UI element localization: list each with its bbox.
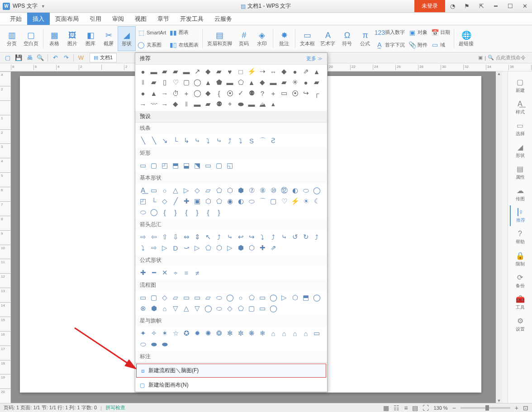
- shape-item[interactable]: ⚉: [247, 88, 256, 98]
- zoom-in-button[interactable]: +: [515, 404, 518, 412]
- shape-item[interactable]: ◆: [257, 77, 267, 87]
- document-tab[interactable]: ▤文档1: [90, 53, 117, 62]
- shape-item[interactable]: ⇕: [192, 232, 202, 242]
- shape-item[interactable]: S: [247, 136, 256, 146]
- side-backup-icon[interactable]: ⟳备份: [510, 270, 531, 291]
- menu-tab-dev[interactable]: 开发工具: [175, 13, 209, 25]
- ribbon-equation[interactable]: π公式: [356, 26, 374, 51]
- shape-item[interactable]: ▢: [214, 161, 224, 170]
- shape-item[interactable]: ⬡: [225, 185, 235, 195]
- shape-item[interactable]: ◆: [279, 66, 289, 76]
- shape-item[interactable]: }: [171, 207, 180, 217]
- shape-item[interactable]: ▣: [192, 196, 202, 206]
- shape-item[interactable]: ▰: [203, 99, 213, 109]
- shape-item[interactable]: {: [214, 88, 224, 98]
- shape-item[interactable]: ▰: [279, 77, 289, 87]
- shape-item[interactable]: ⚉: [214, 99, 224, 109]
- shape-item[interactable]: ✚: [257, 243, 267, 253]
- shape-item[interactable]: ◆: [203, 66, 213, 76]
- shape-item[interactable]: ↘: [160, 136, 170, 146]
- menu-tab-section[interactable]: 章节: [152, 13, 175, 25]
- ribbon-smartart[interactable]: ⬚SmartArt: [136, 28, 168, 37]
- shape-item[interactable]: ◐: [290, 185, 300, 195]
- shape-item[interactable]: →: [160, 88, 170, 98]
- shape-item[interactable]: ◰: [160, 161, 170, 170]
- login-button[interactable]: 未登录: [414, 0, 445, 12]
- shape-item[interactable]: ♡: [171, 77, 180, 87]
- ribbon-attach[interactable]: 📎附件: [407, 41, 429, 49]
- side-new-icon[interactable]: ▢新建: [510, 75, 531, 96]
- side-settings-icon[interactable]: ⚙设置: [510, 314, 531, 335]
- shape-item[interactable]: ▢: [268, 196, 278, 206]
- shape-item[interactable]: ⤵: [203, 136, 213, 146]
- side-tools-icon[interactable]: 🧰工具: [510, 292, 531, 313]
- shape-item[interactable]: ⬠: [214, 185, 224, 195]
- ribbon-hyperlink[interactable]: 🌐超链接: [456, 26, 476, 51]
- app-menu-dropdown[interactable]: ▼: [41, 4, 45, 9]
- shape-item[interactable]: ▭: [181, 293, 191, 303]
- menu-tab-review[interactable]: 审阅: [107, 13, 129, 25]
- shape-item[interactable]: ⤵: [257, 232, 267, 242]
- view-outline-icon[interactable]: ≡: [404, 404, 408, 412]
- shape-item[interactable]: ▬: [268, 77, 278, 87]
- shape-item[interactable]: ⚡: [247, 66, 256, 76]
- shape-item[interactable]: ⊗: [138, 303, 148, 313]
- vertical-scrollbar[interactable]: ▲ ▼: [496, 71, 502, 403]
- shape-item[interactable]: ⇗: [268, 243, 278, 253]
- zoom-out-button[interactable]: −: [452, 404, 456, 412]
- shape-item[interactable]: └: [149, 196, 159, 206]
- shape-item[interactable]: ◯: [192, 77, 202, 87]
- scroll-up-icon[interactable]: ▲: [497, 71, 501, 76]
- shape-item[interactable]: ◱: [225, 161, 235, 170]
- shape-item[interactable]: ✧: [149, 328, 159, 338]
- ribbon-gallery[interactable]: ◧图库: [81, 26, 100, 51]
- shape-item[interactable]: ╲: [149, 136, 159, 146]
- shape-item[interactable]: ⤴: [214, 232, 224, 242]
- ribbon-wordart[interactable]: A艺术字: [318, 26, 338, 51]
- shape-item[interactable]: ☀: [301, 196, 311, 206]
- shape-item[interactable]: ✶: [160, 328, 170, 338]
- view-print-icon[interactable]: ▦: [383, 404, 389, 412]
- shape-item[interactable]: {: [160, 207, 170, 217]
- shape-item[interactable]: ▯: [160, 77, 170, 87]
- export-icon[interactable]: ⇱: [474, 0, 489, 12]
- shape-item[interactable]: ⤷: [279, 232, 289, 242]
- feedback-icon[interactable]: ⚑: [460, 0, 474, 12]
- shape-item[interactable]: ▬: [181, 66, 191, 76]
- ribbon-pagebreak[interactable]: ▥分页: [3, 26, 21, 51]
- shape-item[interactable]: ↻: [301, 232, 311, 242]
- shape-item[interactable]: ♡: [279, 196, 289, 206]
- menu-tab-layout[interactable]: 页面布局: [50, 13, 84, 25]
- maximize-button[interactable]: ☐: [503, 0, 518, 12]
- shape-item[interactable]: ⬡: [290, 293, 300, 303]
- shape-item[interactable]: ⤴: [268, 232, 278, 242]
- qa-save-icon[interactable]: 💾: [14, 53, 24, 62]
- status-spellcheck[interactable]: 拼写检查: [105, 404, 125, 411]
- shape-item[interactable]: ⌂: [279, 328, 289, 338]
- zoom-slider[interactable]: [461, 407, 510, 409]
- shape-item[interactable]: ⬭: [247, 196, 256, 206]
- shape-item[interactable]: ↔: [268, 66, 278, 76]
- side-props-icon[interactable]: ▤属性: [510, 162, 531, 183]
- shape-item[interactable]: ✺: [203, 328, 213, 338]
- shape-item[interactable]: ⬢: [236, 243, 246, 253]
- shape-item[interactable]: →: [160, 99, 170, 109]
- shape-item[interactable]: ▢: [149, 293, 159, 303]
- shape-item[interactable]: ✦: [138, 328, 148, 338]
- ribbon-relation[interactable]: ◯关系图: [136, 41, 168, 49]
- shape-item[interactable]: ◐: [236, 196, 246, 206]
- shape-item[interactable]: ⌂: [290, 328, 300, 338]
- shape-item[interactable]: △: [171, 185, 180, 195]
- ribbon-chart[interactable]: ▮▮图表: [168, 28, 200, 37]
- shape-item[interactable]: ⦀: [181, 99, 191, 109]
- shape-item[interactable]: ⌖: [225, 99, 235, 109]
- shape-item[interactable]: ✪: [181, 328, 191, 338]
- shape-item[interactable]: ⬡: [247, 243, 256, 253]
- qa-preview-icon[interactable]: 🔍: [35, 53, 45, 62]
- shape-item[interactable]: ⬒: [171, 161, 180, 170]
- shape-item[interactable]: ▬: [192, 99, 202, 109]
- shape-item[interactable]: ⌂: [160, 303, 170, 313]
- shape-item[interactable]: ⇩: [171, 232, 180, 242]
- shape-item[interactable]: D: [171, 243, 180, 253]
- menu-tab-start[interactable]: 开始: [5, 13, 27, 25]
